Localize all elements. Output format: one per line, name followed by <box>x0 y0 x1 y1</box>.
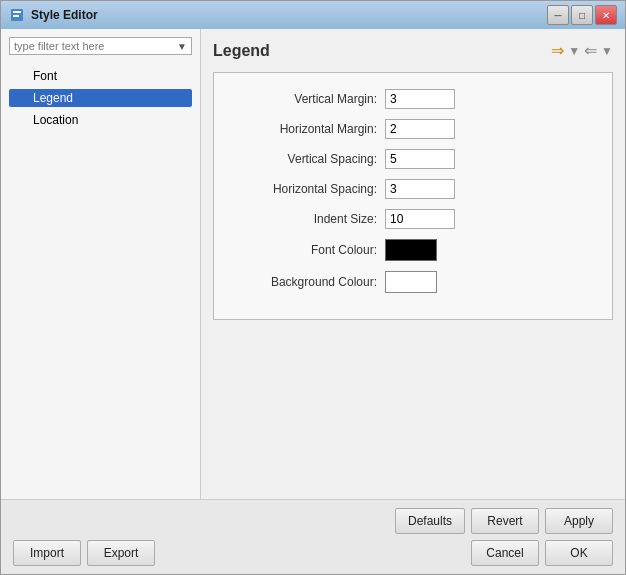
revert-button[interactable]: Revert <box>471 508 539 534</box>
horizontal-spacing-label: Horizontal Spacing: <box>230 182 385 196</box>
apply-button[interactable]: Apply <box>545 508 613 534</box>
font-colour-row: Font Colour: <box>230 239 596 261</box>
indent-size-label: Indent Size: <box>230 212 385 226</box>
forward-icon[interactable]: ⇒ <box>551 41 564 60</box>
window-controls: ─ □ ✕ <box>547 5 617 25</box>
vertical-spacing-row: Vertical Spacing: <box>230 149 596 169</box>
filter-dropdown-icon[interactable]: ▼ <box>177 41 187 52</box>
cancel-button[interactable]: Cancel <box>471 540 539 566</box>
svg-rect-2 <box>13 15 19 17</box>
close-button[interactable]: ✕ <box>595 5 617 25</box>
font-colour-picker[interactable] <box>385 239 437 261</box>
bottom-footer: Import Export Cancel OK <box>13 540 613 566</box>
bg-colour-label: Background Colour: <box>230 275 385 289</box>
svg-rect-1 <box>13 11 21 13</box>
import-button[interactable]: Import <box>13 540 81 566</box>
app-icon <box>9 7 25 23</box>
bg-colour-picker[interactable] <box>385 271 437 293</box>
bottom-bar: Defaults Revert Apply Import Export Canc… <box>1 499 625 574</box>
right-panel: Legend ⇒ ▼ ⇐ ▼ Vertical Margin: Horizont… <box>201 29 625 499</box>
minimize-button[interactable]: ─ <box>547 5 569 25</box>
vertical-spacing-input[interactable] <box>385 149 455 169</box>
sidebar-item-font[interactable]: Font <box>9 67 192 85</box>
top-button-row: Defaults Revert Apply <box>13 508 613 534</box>
indent-size-input[interactable] <box>385 209 455 229</box>
vertical-margin-row: Vertical Margin: <box>230 89 596 109</box>
footer-left-buttons: Import Export <box>13 540 155 566</box>
filter-container[interactable]: ▼ <box>9 37 192 55</box>
horizontal-spacing-input[interactable] <box>385 179 455 199</box>
horizontal-margin-input[interactable] <box>385 119 455 139</box>
export-button[interactable]: Export <box>87 540 155 566</box>
main-content: ▼ Font Legend Location Legend ⇒ ▼ ⇐ ▼ <box>1 29 625 499</box>
maximize-button[interactable]: □ <box>571 5 593 25</box>
vertical-margin-input[interactable] <box>385 89 455 109</box>
vertical-margin-label: Vertical Margin: <box>230 92 385 106</box>
defaults-button[interactable]: Defaults <box>395 508 465 534</box>
panel-header: Legend ⇒ ▼ ⇐ ▼ <box>213 41 613 60</box>
horizontal-margin-row: Horizontal Margin: <box>230 119 596 139</box>
sidebar-item-location[interactable]: Location <box>9 111 192 129</box>
sidebar: ▼ Font Legend Location <box>1 29 201 499</box>
indent-size-row: Indent Size: <box>230 209 596 229</box>
horizontal-margin-label: Horizontal Margin: <box>230 122 385 136</box>
font-colour-label: Font Colour: <box>230 243 385 257</box>
properties-box: Vertical Margin: Horizontal Margin: Vert… <box>213 72 613 320</box>
panel-title: Legend <box>213 42 270 60</box>
panel-icons: ⇒ ▼ ⇐ ▼ <box>551 41 613 60</box>
window-title: Style Editor <box>31 8 547 22</box>
sidebar-item-legend[interactable]: Legend <box>9 89 192 107</box>
horizontal-spacing-row: Horizontal Spacing: <box>230 179 596 199</box>
vertical-spacing-label: Vertical Spacing: <box>230 152 385 166</box>
icon-separator2: ▼ <box>601 44 613 58</box>
icon-separator: ▼ <box>568 44 580 58</box>
main-window: Style Editor ─ □ ✕ ▼ Font Legend Locatio… <box>0 0 626 575</box>
footer-right-buttons: Cancel OK <box>471 540 613 566</box>
back-icon[interactable]: ⇐ <box>584 41 597 60</box>
bg-colour-row: Background Colour: <box>230 271 596 293</box>
ok-button[interactable]: OK <box>545 540 613 566</box>
title-bar: Style Editor ─ □ ✕ <box>1 1 625 29</box>
filter-input[interactable] <box>14 40 177 52</box>
